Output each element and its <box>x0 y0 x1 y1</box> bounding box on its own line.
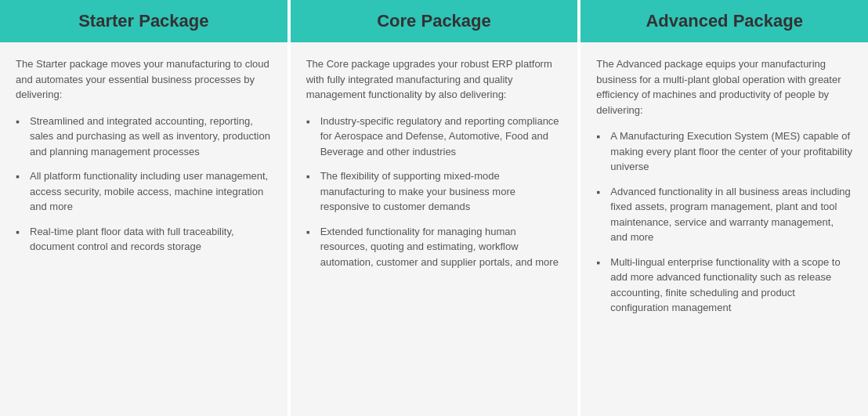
list-item: Industry-specific regulatory and reporti… <box>306 114 562 160</box>
list-item: The flexibility of supporting mixed-mode… <box>306 168 562 215</box>
package-list-core: Industry-specific regulatory and reporti… <box>306 114 562 270</box>
package-title-advanced: Advanced Package <box>596 11 852 31</box>
list-item: A Manufacturing Execution System (MES) c… <box>596 128 852 175</box>
package-col-core: Core PackageThe Core package upgrades yo… <box>291 0 578 416</box>
package-header-advanced: Advanced Package <box>580 0 868 42</box>
package-title-core: Core Package <box>306 11 562 31</box>
package-description-starter: The Starter package moves your manufactu… <box>16 56 272 103</box>
list-item: All platform functionality including use… <box>16 168 272 215</box>
list-item: Multi-lingual enterprise functionality w… <box>596 255 852 316</box>
package-body-starter: The Starter package moves your manufactu… <box>0 42 288 416</box>
list-item: Extended functionality for managing huma… <box>306 224 562 270</box>
package-description-core: The Core package upgrades your robust ER… <box>306 56 562 103</box>
package-title-starter: Starter Package <box>16 11 272 31</box>
list-item: Advanced functionality in all business a… <box>596 184 852 245</box>
package-header-starter: Starter Package <box>0 0 288 42</box>
package-description-advanced: The Advanced package equips your manufac… <box>596 56 852 118</box>
packages-container: Starter PackageThe Starter package moves… <box>0 0 868 416</box>
package-col-advanced: Advanced PackageThe Advanced package equ… <box>580 0 868 416</box>
package-list-advanced: A Manufacturing Execution System (MES) c… <box>596 128 852 316</box>
list-item: Streamlined and integrated accounting, r… <box>16 114 272 160</box>
package-body-advanced: The Advanced package equips your manufac… <box>580 42 868 416</box>
package-body-core: The Core package upgrades your robust ER… <box>291 42 578 416</box>
list-item: Real-time plant floor data with full tra… <box>16 224 272 255</box>
package-col-starter: Starter PackageThe Starter package moves… <box>0 0 288 416</box>
package-list-starter: Streamlined and integrated accounting, r… <box>16 114 272 255</box>
package-header-core: Core Package <box>291 0 578 42</box>
